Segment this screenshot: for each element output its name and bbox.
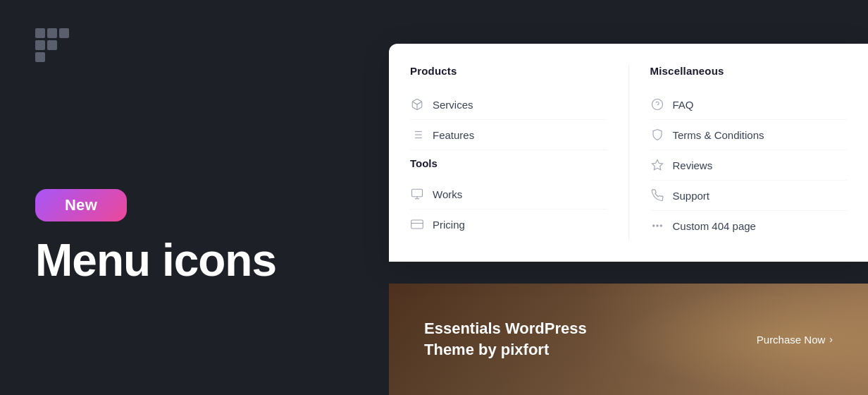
menu-item-features[interactable]: Features [410,120,607,150]
logo-cell [35,52,45,62]
banner: Essentials WordPress Theme by pixfort Pu… [389,284,868,395]
dropdown-menu: Products Services Features Tools Works [389,44,868,262]
logo-cell-empty [47,52,57,62]
list-icon [410,128,424,142]
menu-item-terms-label: Terms & Conditions [673,129,764,141]
star-icon [650,158,664,172]
svg-point-15 [652,225,654,226]
banner-cta-text: Purchase Now [757,334,826,346]
menu-item-works-label: Works [433,188,462,200]
new-badge: New [35,189,127,221]
banner-cta-button[interactable]: Purchase Now › [757,334,833,346]
svg-point-12 [652,99,662,110]
logo-cell-empty [59,40,69,50]
chevron-right-icon: › [829,334,833,345]
new-badge-text: New [65,196,97,214]
menu-item-features-label: Features [433,129,474,141]
svg-rect-7 [412,189,423,197]
svg-marker-14 [652,160,662,170]
menu-item-support[interactable]: Support [650,181,848,211]
svg-point-17 [660,225,662,226]
monitor-icon [410,187,424,201]
misc-section-title: Miscellaneous [650,65,848,77]
products-tools-column: Products Services Features Tools Works [389,65,628,241]
shield-icon [650,128,664,142]
menu-item-custom404[interactable]: Custom 404 page [650,211,848,241]
logo [35,28,72,65]
left-content: New Menu icons [35,65,349,367]
menu-item-services-label: Services [433,99,473,111]
menu-item-works[interactable]: Works [410,179,607,209]
menu-item-support-label: Support [673,190,710,202]
menu-item-pricing-label: Pricing [433,219,465,231]
tools-section-title: Tools [410,157,607,169]
logo-cell [35,28,45,38]
left-panel: New Menu icons [0,0,384,395]
main-title: Menu icons [35,236,349,285]
menu-item-pricing[interactable]: Pricing [410,209,607,239]
misc-column: Miscellaneous FAQ Terms & Conditions Rev… [628,65,869,241]
menu-item-faq[interactable]: FAQ [650,90,848,120]
menu-item-custom404-label: Custom 404 page [673,220,756,232]
phone-icon [650,188,664,202]
menu-item-faq-label: FAQ [673,99,694,111]
menu-item-services[interactable]: Services [410,90,607,120]
banner-text: Essentials WordPress Theme by pixfort [424,318,587,360]
products-section-title: Products [410,65,607,77]
svg-point-16 [656,225,657,226]
logo-cell [47,28,57,38]
menu-item-reviews[interactable]: Reviews [650,150,848,181]
banner-title: Essentials WordPress Theme by pixfort [424,318,587,360]
card-icon [410,217,424,231]
menu-item-terms[interactable]: Terms & Conditions [650,120,848,150]
box-icon [410,97,424,111]
menu-item-reviews-label: Reviews [673,159,713,171]
logo-cell [47,40,57,50]
dropdown-area: Products Services Features Tools Works [382,0,868,395]
logo-cell [59,28,69,38]
help-circle-icon [650,97,664,111]
svg-rect-10 [411,220,423,229]
dots-icon [650,219,664,233]
logo-cell-empty [59,52,69,62]
logo-cell [35,40,45,50]
